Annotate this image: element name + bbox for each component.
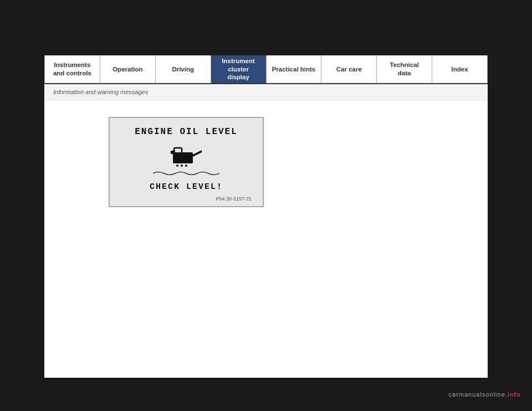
nav-item-index[interactable]: Index	[432, 55, 488, 83]
svg-point-5	[185, 165, 187, 167]
right-dark-area	[488, 55, 532, 378]
top-dark-area	[0, 0, 532, 55]
main-content: ENGINE OIL LEVEL	[44, 100, 488, 218]
nav-item-car-care[interactable]: Car care	[321, 55, 377, 83]
svg-marker-1	[193, 150, 202, 157]
nav-item-practical-hints[interactable]: Practical hints	[267, 55, 322, 83]
oil-icon-area	[121, 142, 252, 167]
nav-item-driving[interactable]: Driving	[156, 55, 211, 83]
oil-can-icon	[168, 142, 204, 167]
display-line2: CHECK LEVEL!	[121, 182, 252, 192]
display-line1: ENGINE OIL LEVEL	[121, 127, 252, 137]
svg-point-3	[176, 165, 178, 167]
svg-point-4	[181, 165, 183, 167]
watermark-bar: carmanualsonline.info	[0, 378, 532, 411]
wavy-decoration	[121, 170, 252, 178]
display-reference: P54.30-2157-21	[121, 196, 252, 202]
nav-item-technical-data[interactable]: Technical data	[377, 55, 432, 83]
nav-item-instrument-cluster[interactable]: Instrument cluster display	[211, 55, 267, 83]
left-dark-area	[0, 55, 44, 378]
display-panel: ENGINE OIL LEVEL	[109, 117, 264, 207]
nav-item-operation[interactable]: Operation	[100, 55, 156, 83]
subtitle: Information and warning messages	[44, 84, 488, 100]
content-area: Instruments and controls Operation Drivi…	[44, 55, 488, 378]
navigation-bar: Instruments and controls Operation Drivi…	[44, 55, 488, 84]
page-wrapper: Instruments and controls Operation Drivi…	[0, 0, 532, 411]
watermark-text: carmanualsonline.info	[449, 391, 521, 398]
svg-rect-6	[171, 151, 175, 154]
nav-item-instruments[interactable]: Instruments and controls	[44, 55, 100, 83]
